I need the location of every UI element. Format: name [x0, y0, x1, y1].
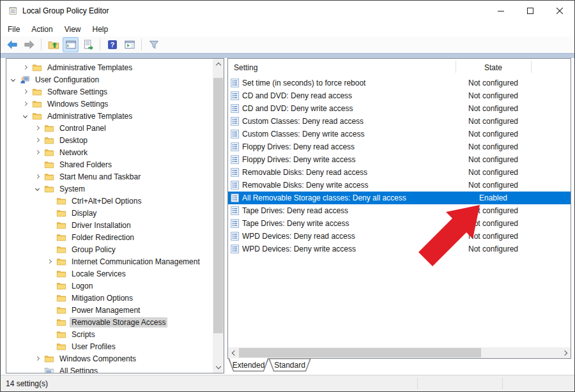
folder-icon [32, 63, 42, 73]
setting-row-wpd-devices-deny-write-access[interactable]: WPD Devices: Deny write accessNot config… [228, 243, 571, 255]
tree-item-ctrl-alt-del-options[interactable]: Ctrl+Alt+Del Options [6, 195, 212, 207]
menu-item-view[interactable]: View [59, 23, 87, 36]
tree-item-shared-folders[interactable]: Shared Folders [6, 158, 212, 170]
setting-state: Not configured [456, 117, 531, 126]
tab-extended[interactable]: Extended [228, 358, 269, 372]
setting-name: WPD Devices: Deny write access [242, 245, 456, 253]
setting-row-tape-drives-deny-read-access[interactable]: Tape Drives: Deny read accessNot configu… [228, 204, 571, 217]
setting-state: Not configured [456, 155, 531, 164]
tree-item-network[interactable]: Network [6, 146, 212, 158]
chevron-right-icon[interactable] [35, 150, 40, 155]
tree-item-control-panel[interactable]: Control Panel [6, 122, 212, 134]
chevron-right-icon[interactable] [35, 126, 40, 130]
tree-item-removable-storage-access[interactable]: Removable Storage Access [6, 316, 212, 328]
tree-item-folder-redirection[interactable]: Folder Redirection [6, 231, 212, 243]
policy-setting-icon [231, 232, 240, 241]
chevron-right-icon[interactable] [35, 356, 40, 361]
setting-row-floppy-drives-deny-read-access[interactable]: Floppy Drives: Deny read accessNot confi… [228, 140, 571, 153]
tree-item-power-management[interactable]: Power Management [6, 304, 212, 316]
help-icon[interactable]: ? [104, 37, 120, 52]
list-scrollbar-thumb[interactable] [239, 348, 481, 358]
chevron-right-icon[interactable] [47, 259, 52, 264]
tree-item-administrative-templates[interactable]: Administrative Templates [6, 61, 212, 73]
setting-name: CD and DVD: Deny write access [242, 104, 456, 113]
setting-row-custom-classes-deny-write-access[interactable]: Custom Classes: Deny write accessNot con… [228, 128, 571, 140]
column-header-state[interactable]: State [456, 59, 531, 77]
tree-item-display[interactable]: Display [6, 207, 212, 219]
setting-state: Enabled [456, 193, 531, 202]
setting-row-custom-classes-deny-read-access[interactable]: Custom Classes: Deny read accessNot conf… [228, 115, 571, 128]
close-icon[interactable] [545, 1, 574, 20]
tree-item-start-menu-and-taskbar[interactable]: Start Menu and Taskbar [6, 170, 212, 183]
back-icon[interactable] [4, 37, 20, 52]
menu-item-help[interactable]: Help [87, 23, 114, 36]
setting-row-removable-disks-deny-read-access[interactable]: Removable Disks: Deny read accessNot con… [228, 166, 571, 179]
chevron-right-icon[interactable] [35, 138, 40, 142]
folder-icon [44, 147, 54, 158]
up-one-level-icon[interactable] [45, 37, 61, 52]
setting-state: Not configured [456, 104, 531, 113]
tree-item-all-settings[interactable]: All Settings [6, 365, 212, 373]
chevron-down-icon[interactable] [11, 77, 15, 82]
tree-item-system[interactable]: System [6, 183, 212, 195]
menu-item-file[interactable]: File [2, 23, 26, 36]
tree-item-user-configuration[interactable]: User Configuration [6, 73, 212, 86]
maximize-icon[interactable] [516, 1, 545, 20]
setting-row-floppy-drives-deny-write-access[interactable]: Floppy Drives: Deny write accessNot conf… [228, 153, 571, 166]
policy-setting-icon [231, 130, 240, 139]
tree-item-label: Ctrl+Alt+Del Options [70, 196, 143, 206]
tree-item-internet-communication-management[interactable]: Internet Communication Management [6, 255, 212, 268]
column-divider[interactable] [456, 61, 456, 73]
tab-standard[interactable]: Standard [268, 358, 311, 372]
chevron-down-icon[interactable] [23, 114, 27, 118]
menu-item-action[interactable]: Action [26, 23, 58, 36]
setting-row-wpd-devices-deny-read-access[interactable]: WPD Devices: Deny read accessNot configu… [228, 230, 571, 243]
setting-row-all-removable-storage-classes-deny-all-access[interactable]: All Removable Storage classes: Deny all … [228, 192, 571, 204]
policy-setting-icon [231, 117, 240, 126]
tree-item-locale-services[interactable]: Locale Services [6, 268, 212, 280]
scroll-down-icon[interactable] [213, 362, 224, 373]
setting-row-set-time-in-seconds-to-force-reboot[interactable]: Set time (in seconds) to force rebootNot… [228, 77, 571, 89]
scroll-up-icon[interactable] [213, 59, 224, 70]
column-header-setting[interactable]: Setting [234, 59, 257, 77]
tree-item-mitigation-options[interactable]: Mitigation Options [6, 292, 212, 304]
setting-name: Removable Disks: Deny read access [242, 168, 456, 177]
setting-row-cd-and-dvd-deny-write-access[interactable]: CD and DVD: Deny write accessNot configu… [228, 102, 571, 115]
setting-state: Not configured [456, 91, 531, 100]
tree-item-windows-settings[interactable]: Windows Settings [6, 98, 212, 110]
status-divider [417, 377, 418, 389]
setting-row-cd-and-dvd-deny-read-access[interactable]: CD and DVD: Deny read accessNot configur… [228, 89, 571, 102]
chevron-right-icon[interactable] [35, 174, 40, 179]
chevron-down-icon[interactable] [35, 186, 40, 191]
tree-scrollbar-thumb[interactable] [213, 78, 223, 333]
tree-item-windows-components[interactable]: Windows Components [6, 352, 212, 365]
tree-item-user-profiles[interactable]: User Profiles [6, 340, 212, 352]
export-list-icon[interactable] [80, 37, 96, 52]
forward-icon[interactable] [21, 37, 37, 52]
tree-item-desktop[interactable]: Desktop [6, 134, 212, 146]
tree-vertical-scrollbar[interactable] [213, 59, 224, 373]
folder-icon [56, 329, 66, 340]
filter-icon[interactable] [146, 37, 162, 52]
setting-row-removable-disks-deny-write-access[interactable]: Removable Disks: Deny write accessNot co… [228, 179, 571, 192]
toolbar-separator [41, 39, 42, 50]
scroll-left-icon[interactable] [228, 347, 238, 358]
minimize-icon[interactable] [486, 1, 516, 20]
tree-item-group-policy[interactable]: Group Policy [6, 243, 212, 255]
show-console-tree-icon[interactable] [63, 37, 79, 52]
scroll-right-icon[interactable] [560, 347, 571, 358]
tree-item-scripts[interactable]: Scripts [6, 328, 212, 340]
chevron-right-icon[interactable] [23, 89, 27, 94]
tree-item-logon[interactable]: Logon [6, 280, 212, 292]
chevron-right-icon[interactable] [23, 102, 27, 106]
tree-item-administrative-templates[interactable]: Administrative Templates [6, 110, 212, 122]
toolbar: ? [1, 36, 574, 53]
column-divider[interactable] [531, 61, 532, 73]
tree-item-driver-installation[interactable]: Driver Installation [6, 219, 212, 231]
list-horizontal-scrollbar[interactable] [228, 347, 571, 358]
chevron-right-icon[interactable] [23, 65, 27, 70]
setting-row-tape-drives-deny-write-access[interactable]: Tape Drives: Deny write accessNot config… [228, 217, 571, 230]
show-action-pane-icon[interactable] [121, 37, 137, 52]
setting-state: Not configured [456, 219, 531, 228]
tree-item-software-settings[interactable]: Software Settings [6, 86, 212, 98]
